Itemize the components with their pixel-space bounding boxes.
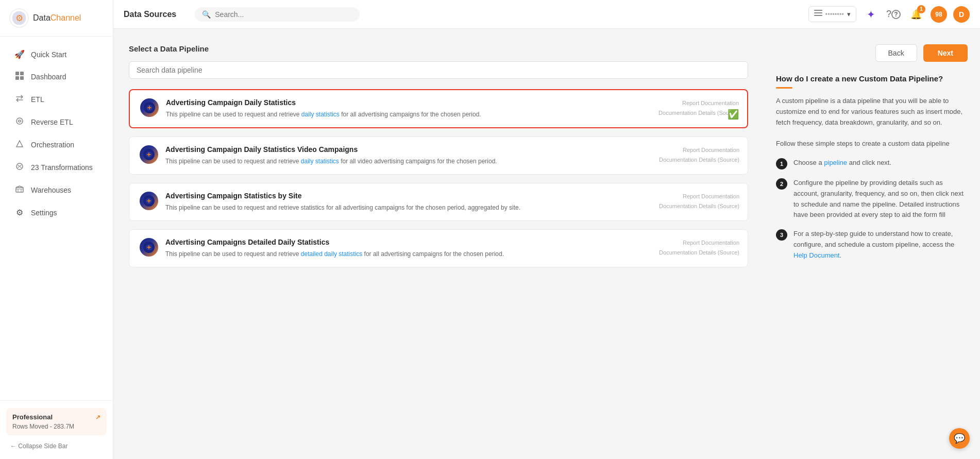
sidebar-item-dashboard[interactable]: Dashboard [4, 66, 109, 88]
doc-details-link-3[interactable]: Documentation Details (Source) [659, 201, 739, 211]
pipeline-logo-4 [140, 238, 158, 257]
pipeline-name-1: Advertising Campaign Daily Statistics [166, 98, 737, 107]
pipeline-content-3: Advertising Campaign Statistics by Site … [165, 192, 737, 212]
logo: ⚙ DataChannel [0, 0, 113, 37]
sidebar-item-label: Dashboard [31, 73, 66, 81]
pipeline-name-3: Advertising Campaign Statistics by Site [165, 192, 737, 200]
workspace-selector[interactable]: •••••••• ▾ [808, 6, 856, 22]
sidebar-item-reverse-etl[interactable]: Reverse ETL [4, 111, 109, 133]
content-main: Select a Data Pipeline Advertising Campa… [113, 29, 764, 459]
help-button[interactable]: ? ? [885, 6, 902, 23]
notification-badge: 1 [917, 5, 925, 13]
pipeline-content-1: Advertising Campaign Daily Statistics Th… [166, 98, 737, 119]
dashboard-icon [14, 72, 25, 82]
pipeline-links-1: Report Documentation Documentation Detai… [658, 98, 739, 117]
doc-details-link-2[interactable]: Documentation Details (Source) [659, 155, 739, 165]
sidebar-item-etl[interactable]: ETL [4, 89, 109, 110]
help-doc-link[interactable]: Help Document [793, 251, 840, 259]
step-num-2: 2 [776, 178, 787, 190]
help-steps: 1 Choose a pipeline and click next. 2 Co… [776, 158, 968, 261]
doc-details-link-1[interactable]: Documentation Details (Source) [658, 108, 739, 118]
plan-rows: Rows Moved - 283.7M [12, 423, 100, 430]
logo-text: DataChannel [33, 13, 81, 23]
sidebar-item-label: 23 Transformations [31, 163, 93, 172]
plan-upgrade-link[interactable]: ↗ [95, 414, 100, 421]
step-num-1: 1 [776, 158, 787, 169]
sidebar: ⚙ DataChannel 🚀 Quick Start Dashboard ET… [0, 0, 113, 459]
messages-button[interactable]: 98 [931, 6, 947, 23]
search-icon: 🔍 [202, 10, 211, 19]
next-button[interactable]: Next [923, 44, 968, 62]
pipeline-name-2: Advertising Campaign Daily Statistics Vi… [165, 145, 737, 154]
pipeline-card-2[interactable]: Advertising Campaign Daily Statistics Vi… [129, 137, 748, 175]
sidebar-item-quickstart[interactable]: 🚀 Quick Start [4, 44, 109, 65]
sidebar-item-label: Settings [31, 209, 57, 217]
svg-rect-4 [20, 72, 24, 75]
orchestration-icon [14, 140, 25, 150]
transformations-icon [14, 162, 25, 173]
step1-link[interactable]: pipeline [824, 159, 847, 166]
help-sidebar: Back Next How do I create a new Custom D… [764, 29, 980, 459]
logo-icon: ⚙ [9, 8, 29, 28]
header: Data Sources 🔍 •••••••• ▾ ✦ ? ? 🔔 1 [113, 0, 980, 29]
sidebar-item-transformations[interactable]: 23 Transformations [4, 157, 109, 178]
svg-rect-13 [814, 15, 822, 16]
sidebar-bottom: Professional ↗ Rows Moved - 283.7M ← Col… [0, 400, 113, 459]
notification-button[interactable]: 🔔 1 [908, 6, 924, 23]
plan-card: Professional ↗ Rows Moved - 283.7M [6, 408, 107, 435]
avatar[interactable]: D [953, 6, 970, 23]
report-doc-link-1[interactable]: Report Documentation [658, 98, 739, 108]
sidebar-item-label: Reverse ETL [31, 118, 73, 126]
pipeline-card-3[interactable]: Advertising Campaign Statistics by Site … [129, 183, 748, 221]
etl-icon [14, 94, 25, 105]
workspace-icon [814, 10, 822, 19]
report-doc-link-2[interactable]: Report Documentation [659, 145, 739, 155]
chevron-down-icon: ▾ [847, 10, 851, 18]
svg-rect-5 [15, 76, 19, 80]
sidebar-item-label: Warehouses [31, 186, 71, 194]
help-accent [776, 87, 792, 89]
step-num-3: 3 [776, 229, 787, 241]
sidebar-item-warehouses[interactable]: Warehouses [4, 179, 109, 201]
sidebar-item-orchestration[interactable]: Orchestration [4, 134, 109, 156]
ai-button[interactable]: ✦ [863, 6, 879, 23]
sidebar-item-settings[interactable]: ⚙ Settings [4, 202, 109, 223]
pipeline-content-4: Advertising Campaigns Detailed Daily Sta… [165, 238, 737, 259]
doc-details-link-4[interactable]: Documentation Details (Source) [659, 248, 739, 258]
svg-text:⚙: ⚙ [15, 13, 23, 23]
sidebar-item-label: Quick Start [31, 50, 66, 59]
pipeline-card-4[interactable]: Advertising Campaigns Detailed Daily Sta… [129, 229, 748, 267]
report-doc-link-3[interactable]: Report Documentation [659, 192, 739, 201]
help-step-2: 2 Configure the pipeline by providing de… [776, 178, 968, 220]
workspace-label: •••••••• [825, 10, 844, 18]
pipeline-links-4: Report Documentation Documentation Detai… [659, 238, 739, 257]
help-title: How do I create a new Custom Data Pipeli… [776, 74, 968, 83]
sidebar-item-label: Orchestration [31, 141, 74, 149]
pipeline-card-1[interactable]: Advertising Campaign Daily Statistics Th… [129, 89, 748, 128]
pipeline-logo-1 [140, 98, 159, 117]
search-input[interactable] [215, 10, 352, 19]
check-icon-1: ✅ [728, 109, 739, 120]
help-intro: A custom pipeline is a data pipeline tha… [776, 96, 968, 149]
step-text-1: Choose a pipeline and click next. [793, 158, 891, 168]
logo-channel: Channel [50, 13, 81, 22]
report-doc-link-4[interactable]: Report Documentation [659, 238, 739, 248]
content-area: Select a Data Pipeline Advertising Campa… [113, 29, 980, 459]
chat-icon: 💬 [954, 433, 965, 444]
settings-icon: ⚙ [14, 208, 25, 217]
chat-bubble-button[interactable]: 💬 [949, 428, 970, 449]
pipeline-desc-3: This pipeline can be used to request and… [165, 203, 737, 212]
page-title: Data Sources [124, 10, 176, 19]
main-wrapper: Data Sources 🔍 •••••••• ▾ ✦ ? ? 🔔 1 [113, 0, 980, 459]
collapse-sidebar-button[interactable]: ← Collapse Side Bar [6, 440, 107, 452]
pipeline-search-input[interactable] [129, 61, 748, 79]
sidebar-nav: 🚀 Quick Start Dashboard ETL Reverse ETL [0, 37, 113, 400]
help-step-1: 1 Choose a pipeline and click next. [776, 158, 968, 169]
pipeline-content-2: Advertising Campaign Daily Statistics Vi… [165, 145, 737, 166]
pipeline-links-3: Report Documentation Documentation Detai… [659, 192, 739, 211]
svg-rect-11 [814, 10, 822, 11]
help-step-3: 3 For a step-by-step guide to understand… [776, 229, 968, 261]
pipeline-logo-3 [140, 192, 158, 210]
pipeline-name-4: Advertising Campaigns Detailed Daily Sta… [165, 238, 737, 246]
back-button[interactable]: Back [875, 44, 917, 62]
